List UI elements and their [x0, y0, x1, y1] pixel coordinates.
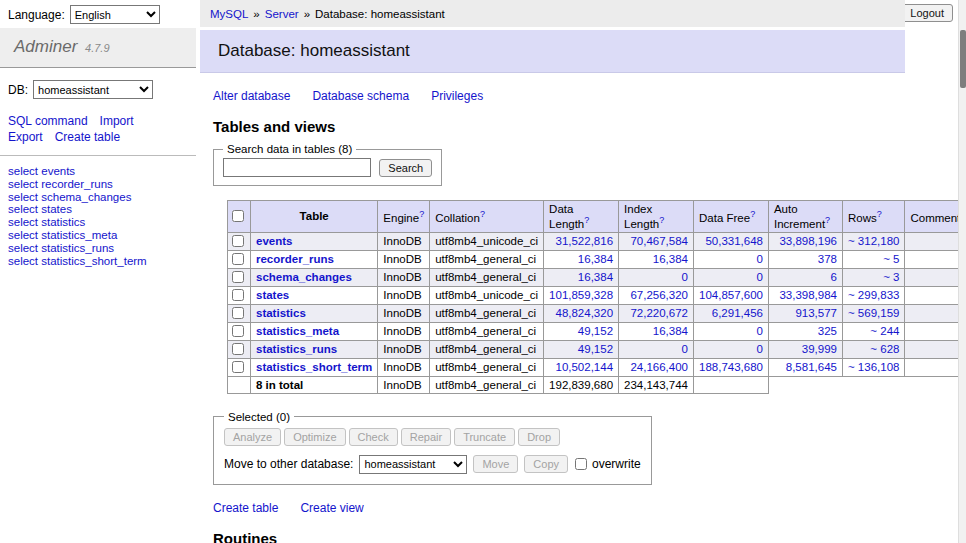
- data-free-link-states[interactable]: 104,857,600: [699, 289, 763, 301]
- sidebar-table-link-select-recorder-runs[interactable]: select recorder_runs: [8, 178, 113, 190]
- auto-increment-link-events[interactable]: 33,898,196: [779, 235, 837, 247]
- sidebar-table-link-select-schema-changes[interactable]: select schema_changes: [8, 191, 131, 203]
- sidebar-link-import[interactable]: Import: [100, 114, 134, 128]
- search-input[interactable]: [223, 158, 371, 177]
- help-link-data-length[interactable]: ?: [584, 215, 589, 225]
- move-db-select[interactable]: homeassistant: [359, 455, 467, 474]
- rows-link-statistics-short-term[interactable]: ~ 136,108: [848, 361, 899, 373]
- row-checkbox-statistics[interactable]: [232, 307, 244, 319]
- data-free-link-statistics-short-term[interactable]: 188,743,680: [699, 361, 763, 373]
- table-link-statistics-short-term[interactable]: statistics_short_term: [256, 361, 372, 373]
- table-link-events[interactable]: events: [256, 235, 292, 247]
- drop-button[interactable]: Drop: [518, 428, 560, 446]
- rows-link-states[interactable]: ~ 299,833: [848, 289, 899, 301]
- overwrite-checkbox[interactable]: [575, 458, 587, 470]
- sidebar-link-create-table[interactable]: Create table: [55, 130, 120, 144]
- index-length-link-states[interactable]: 67,256,320: [630, 289, 688, 301]
- sidebar-table-link-select-statistics-runs[interactable]: select statistics_runs: [8, 242, 114, 254]
- db-select[interactable]: homeassistant: [33, 80, 153, 99]
- auto-increment-link-statistics-meta[interactable]: 325: [818, 325, 837, 337]
- link-create-table[interactable]: Create table: [213, 501, 278, 515]
- rows-link-events[interactable]: ~ 312,180: [848, 235, 899, 247]
- select-all-checkbox[interactable]: [232, 210, 244, 222]
- analyze-button[interactable]: Analyze: [224, 428, 281, 446]
- data-length-link-statistics-meta[interactable]: 49,152: [578, 325, 613, 337]
- data-free-link-statistics-runs[interactable]: 0: [757, 343, 763, 355]
- sidebar-link-export[interactable]: Export: [8, 130, 43, 144]
- sidebar-table-link-select-statistics[interactable]: select statistics: [8, 216, 85, 228]
- data-length-link-statistics-runs[interactable]: 49,152: [578, 343, 613, 355]
- auto-increment-link-schema-changes[interactable]: 6: [831, 271, 837, 283]
- data-length-link-schema-changes[interactable]: 16,384: [578, 271, 613, 283]
- move-button[interactable]: Move: [473, 455, 518, 473]
- vertical-scrollbar[interactable]: [958, 0, 966, 543]
- table-link-states[interactable]: states: [256, 289, 289, 301]
- help-link-data-free[interactable]: ?: [750, 209, 755, 219]
- data-length-link-events[interactable]: 31,522,816: [555, 235, 613, 247]
- breadcrumb-server[interactable]: Server: [265, 8, 299, 20]
- table-link-recorder-runs[interactable]: recorder_runs: [256, 253, 334, 265]
- rows-link-schema-changes[interactable]: ~ 3: [883, 271, 899, 283]
- auto-increment-link-states[interactable]: 33,398,984: [779, 289, 837, 301]
- data-length-link-recorder-runs[interactable]: 16,384: [578, 253, 613, 265]
- auto-increment-link-statistics[interactable]: 913,577: [795, 307, 837, 319]
- auto-increment-link-statistics-runs[interactable]: 39,999: [802, 343, 837, 355]
- db-action-link-privileges[interactable]: Privileges: [431, 89, 483, 103]
- data-free-link-recorder-runs[interactable]: 0: [757, 253, 763, 265]
- language-select[interactable]: English: [70, 5, 160, 24]
- auto-increment-link-statistics-short-term[interactable]: 8,581,645: [786, 361, 837, 373]
- row-checkbox-schema-changes[interactable]: [232, 271, 244, 283]
- optimize-button[interactable]: Optimize: [284, 428, 345, 446]
- help-link-engine[interactable]: ?: [419, 209, 424, 219]
- row-checkbox-states[interactable]: [232, 289, 244, 301]
- index-length-link-statistics-meta[interactable]: 16,384: [653, 325, 688, 337]
- rows-link-statistics-meta[interactable]: ~ 244: [870, 325, 899, 337]
- data-length-link-statistics-short-term[interactable]: 10,502,144: [555, 361, 613, 373]
- search-button[interactable]: Search: [379, 159, 432, 177]
- link-create-view[interactable]: Create view: [300, 501, 363, 515]
- data-free-link-statistics-meta[interactable]: 0: [757, 325, 763, 337]
- copy-button[interactable]: Copy: [524, 455, 568, 473]
- breadcrumb-mysql[interactable]: MySQL: [210, 8, 248, 20]
- data-free-link-statistics[interactable]: 6,291,456: [712, 307, 763, 319]
- scrollbar-thumb[interactable]: [960, 30, 966, 88]
- row-checkbox-events[interactable]: [232, 235, 244, 247]
- table-link-statistics-meta[interactable]: statistics_meta: [256, 325, 339, 337]
- data-length-link-states[interactable]: 101,859,328: [549, 289, 613, 301]
- help-link-index-length[interactable]: ?: [659, 215, 664, 225]
- rows-link-statistics[interactable]: ~ 569,159: [848, 307, 899, 319]
- sidebar-table-link-select-events[interactable]: select events: [8, 165, 75, 177]
- index-length-link-events[interactable]: 70,467,584: [630, 235, 688, 247]
- rows-link-statistics-runs[interactable]: ~ 628: [870, 343, 899, 355]
- sidebar-link-sql-command[interactable]: SQL command: [8, 114, 88, 128]
- index-length-link-statistics[interactable]: 72,220,672: [630, 307, 688, 319]
- row-checkbox-recorder-runs[interactable]: [232, 253, 244, 265]
- index-length-link-schema-changes[interactable]: 0: [682, 271, 688, 283]
- data-free-link-events[interactable]: 50,331,648: [705, 235, 763, 247]
- row-checkbox-statistics-short-term[interactable]: [232, 361, 244, 373]
- row-checkbox-statistics-runs[interactable]: [232, 343, 244, 355]
- help-link-rows[interactable]: ?: [877, 209, 882, 219]
- truncate-button[interactable]: Truncate: [454, 428, 515, 446]
- index-length-link-statistics-runs[interactable]: 0: [682, 343, 688, 355]
- check-button[interactable]: Check: [349, 428, 398, 446]
- row-checkbox-statistics-meta[interactable]: [232, 325, 244, 337]
- help-link-auto-increment[interactable]: ?: [825, 215, 830, 225]
- index-length-link-statistics-short-term[interactable]: 24,166,400: [630, 361, 688, 373]
- adminer-logo[interactable]: Adminer: [14, 37, 77, 56]
- index-length-link-recorder-runs[interactable]: 16,384: [653, 253, 688, 265]
- help-link-collation[interactable]: ?: [480, 209, 485, 219]
- auto-increment-link-recorder-runs[interactable]: 378: [818, 253, 837, 265]
- table-link-statistics[interactable]: statistics: [256, 307, 306, 319]
- data-length-link-statistics[interactable]: 48,824,320: [555, 307, 613, 319]
- table-link-schema-changes[interactable]: schema_changes: [256, 271, 352, 283]
- data-free-link-schema-changes[interactable]: 0: [757, 271, 763, 283]
- sidebar-table-link-select-statistics-short-term[interactable]: select statistics_short_term: [8, 255, 147, 267]
- db-action-link-alter-database[interactable]: Alter database: [213, 89, 290, 103]
- table-link-statistics-runs[interactable]: statistics_runs: [256, 343, 337, 355]
- repair-button[interactable]: Repair: [401, 428, 451, 446]
- sidebar-table-link-select-statistics-meta[interactable]: select statistics_meta: [8, 229, 117, 241]
- db-action-link-database-schema[interactable]: Database schema: [312, 89, 409, 103]
- sidebar-table-link-select-states[interactable]: select states: [8, 203, 72, 215]
- rows-link-recorder-runs[interactable]: ~ 5: [883, 253, 899, 265]
